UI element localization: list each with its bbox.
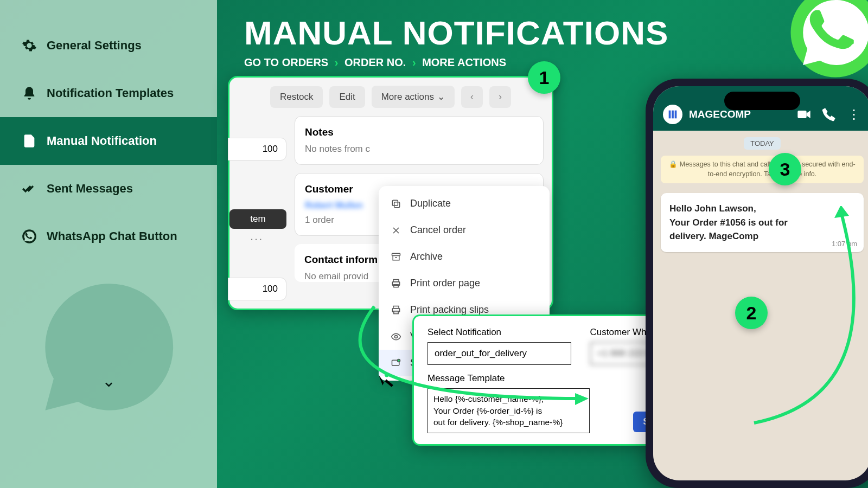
dd-duplicate[interactable]: Duplicate bbox=[379, 190, 550, 217]
whatsapp-bg-icon bbox=[33, 271, 184, 423]
sidebar-label: Notification Templates bbox=[47, 86, 174, 100]
bell-icon bbox=[22, 86, 37, 101]
svg-rect-6 bbox=[394, 284, 398, 287]
prev-button[interactable]: ‹ bbox=[461, 86, 483, 108]
select-label: Select Notification bbox=[427, 327, 571, 338]
video-icon[interactable] bbox=[796, 107, 812, 122]
sidebar-item-chat-button[interactable]: WhatsApp Chat Button bbox=[0, 213, 217, 260]
whatsapp-corner-icon bbox=[787, 0, 868, 81]
sidebar-item-general[interactable]: General Settings bbox=[0, 22, 217, 69]
sidebar-item-manual[interactable]: Manual Notification bbox=[0, 117, 217, 165]
chat-message: Hello John Lawson, Your Order #1056 is o… bbox=[661, 193, 864, 252]
phone-notch bbox=[724, 92, 800, 110]
more-icon[interactable]: ··· bbox=[250, 232, 263, 246]
svg-rect-15 bbox=[672, 111, 674, 119]
more-actions-button[interactable]: More actions⌄ bbox=[372, 86, 455, 108]
svg-rect-17 bbox=[797, 111, 806, 118]
date-badge: TODAY bbox=[653, 138, 868, 148]
company-logo bbox=[663, 105, 682, 124]
sidebar-label: WhatsApp Chat Button bbox=[47, 229, 177, 243]
sidebar: General Settings Notification Templates … bbox=[0, 0, 217, 488]
document-icon bbox=[22, 133, 37, 149]
svg-rect-3 bbox=[392, 253, 400, 255]
dd-print-order[interactable]: Print order page bbox=[379, 270, 550, 297]
phone-icon[interactable] bbox=[821, 107, 837, 122]
sidebar-item-templates[interactable]: Notification Templates bbox=[0, 69, 217, 117]
step-badge-1: 1 bbox=[528, 61, 560, 94]
cursor-icon bbox=[373, 370, 400, 397]
page-title: MANUAL NOTIFICATIONS bbox=[244, 14, 868, 52]
message-template-input[interactable]: Hello {%-customer_name-%}, Your Order {%… bbox=[427, 388, 590, 433]
edit-button[interactable]: Edit bbox=[329, 86, 365, 108]
dd-cancel[interactable]: Cancel order bbox=[379, 217, 550, 243]
step-badge-2: 2 bbox=[735, 297, 768, 329]
svg-point-10 bbox=[395, 335, 398, 338]
item-pill: tem bbox=[229, 209, 286, 229]
sidebar-label: Sent Messages bbox=[47, 182, 133, 196]
svg-rect-14 bbox=[669, 111, 671, 119]
orders-panel: Restock Edit More actions⌄ ‹ › ··· 100 t… bbox=[228, 76, 553, 310]
sidebar-label: General Settings bbox=[47, 38, 142, 53]
more-icon[interactable]: ⋮ bbox=[846, 107, 861, 122]
qty-pill: 100 bbox=[228, 138, 286, 160]
svg-rect-9 bbox=[394, 311, 398, 313]
sidebar-item-sent[interactable]: Sent Messages bbox=[0, 165, 217, 213]
check-icon bbox=[22, 181, 37, 196]
content: MANUAL NOTIFICATIONS GO TO ORDERS › ORDE… bbox=[217, 0, 868, 488]
notes-card: Notes No notes from c bbox=[295, 116, 544, 165]
phone-mockup: MAGECOMP ⋮ TODAY 🔒 Messages to this chat… bbox=[646, 79, 868, 488]
next-button[interactable]: › bbox=[489, 86, 511, 108]
dd-archive[interactable]: Archive bbox=[379, 243, 550, 270]
svg-rect-16 bbox=[675, 111, 677, 119]
select-notification-input[interactable]: order_out_for_delivery bbox=[427, 342, 571, 365]
sidebar-label: Manual Notification bbox=[47, 134, 157, 148]
svg-rect-2 bbox=[392, 200, 398, 206]
qty-pill: 100 bbox=[228, 278, 286, 300]
restock-button[interactable]: Restock bbox=[270, 86, 323, 108]
whatsapp-icon bbox=[22, 229, 37, 244]
toolbar: Restock Edit More actions⌄ ‹ › bbox=[238, 86, 544, 108]
gear-icon bbox=[22, 38, 37, 53]
svg-point-12 bbox=[398, 359, 400, 362]
step-badge-3: 3 bbox=[769, 153, 801, 185]
svg-rect-1 bbox=[394, 202, 400, 207]
svg-point-13 bbox=[385, 373, 389, 377]
encryption-notice: 🔒 Messages to this chat and calls are no… bbox=[661, 156, 864, 183]
